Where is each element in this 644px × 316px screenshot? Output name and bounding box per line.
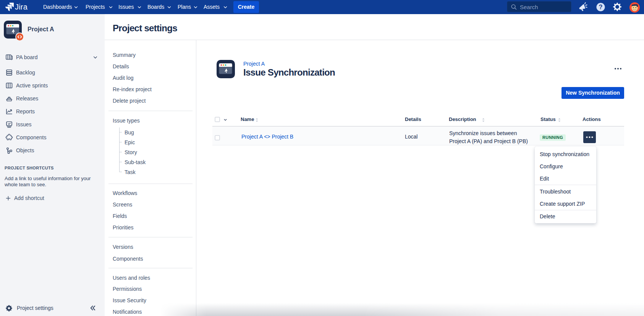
svg-text:?: ? [599, 3, 603, 10]
